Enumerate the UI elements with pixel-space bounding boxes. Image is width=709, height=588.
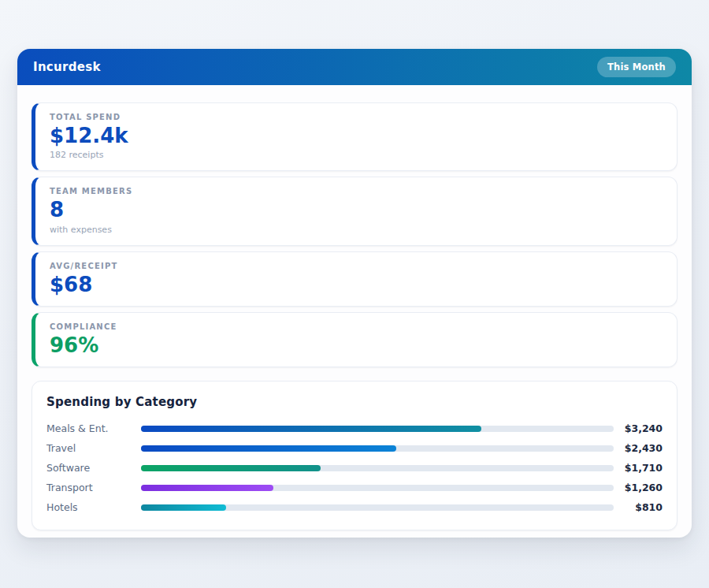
stat-value: $68 [50, 274, 663, 296]
category-bar-fill [141, 445, 396, 452]
stat-value: 96% [50, 335, 663, 356]
stat-value: 8 [50, 199, 663, 221]
category-bar-fill [141, 485, 273, 491]
period-badge-this-month[interactable]: This Month [597, 57, 676, 77]
category-bar-track [141, 504, 614, 511]
stat-card-compliance: COMPLIANCE 96% [32, 312, 677, 367]
stat-caption: 182 receipts [50, 150, 663, 160]
stat-label: TOTAL SPEND [50, 113, 663, 121]
category-bar-chart: Meals & Ent. $3,240 Travel $2,430 Softwa… [46, 419, 663, 517]
category-row-meals: Meals & Ent. $3,240 [46, 419, 663, 438]
category-row-travel: Travel $2,430 [46, 438, 663, 458]
app-title: Incurdesk [33, 60, 101, 74]
category-row-software: Software $1,710 [46, 458, 663, 478]
stat-card-avg-receipt: AVG/RECEIPT $68 [32, 251, 677, 307]
stat-caption: with expenses [50, 225, 663, 235]
category-label: Software [46, 462, 141, 474]
category-label: Transport [46, 482, 141, 493]
expense-dashboard-card: Incurdesk This Month TOTAL SPEND $12.4k … [17, 49, 692, 538]
stat-card-total-spend: TOTAL SPEND $12.4k 182 receipts [32, 102, 677, 171]
spending-by-category-card: Spending by Category Meals & Ent. $3,240… [32, 381, 677, 530]
stat-value: $12.4k [50, 125, 663, 147]
category-bar-track [141, 445, 614, 452]
stat-card-team-members: TEAM MEMBERS 8 with expenses [32, 177, 677, 245]
category-bar-fill [141, 465, 321, 471]
category-value: $1,710 [614, 462, 663, 474]
category-bar-fill [141, 504, 226, 511]
category-label: Hotels [46, 501, 141, 513]
stat-label: AVG/RECEIPT [50, 262, 663, 270]
section-title: Spending by Category [46, 395, 663, 409]
category-row-hotels: Hotels $810 [46, 497, 663, 517]
page-background: Incurdesk This Month TOTAL SPEND $12.4k … [0, 0, 709, 588]
category-value: $1,260 [614, 482, 663, 493]
stat-label: COMPLIANCE [50, 322, 663, 331]
category-value: $2,430 [614, 442, 663, 454]
category-bar-track [141, 485, 614, 491]
category-value: $810 [614, 501, 663, 513]
category-label: Travel [46, 442, 141, 454]
category-bar-fill [141, 426, 481, 432]
app-header: Incurdesk This Month [17, 49, 692, 85]
dashboard-body: TOTAL SPEND $12.4k 182 receipts TEAM MEM… [17, 85, 692, 538]
category-label: Meals & Ent. [46, 422, 141, 434]
category-row-transport: Transport $1,260 [46, 478, 663, 497]
category-bar-track [141, 426, 614, 432]
category-value: $3,240 [614, 422, 663, 434]
stat-label: TEAM MEMBERS [50, 187, 663, 195]
category-bar-track [141, 465, 614, 471]
